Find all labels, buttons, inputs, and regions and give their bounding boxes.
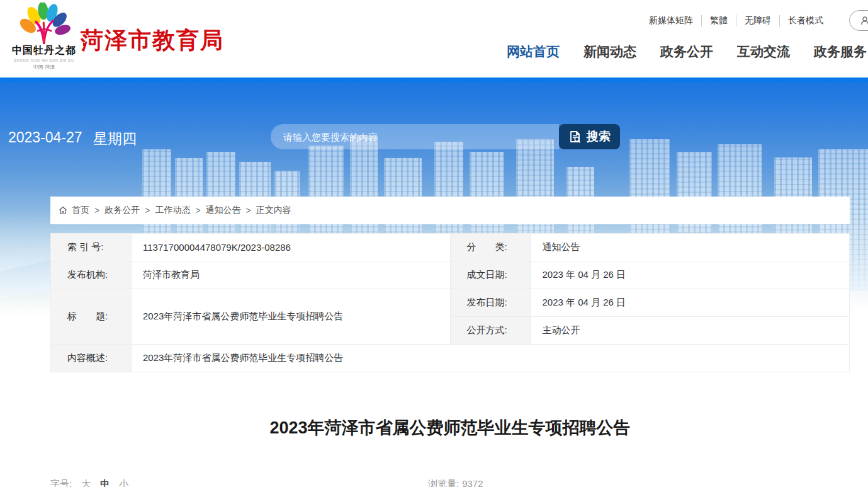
- font-size-medium-button[interactable]: 中: [100, 478, 110, 487]
- nav-item-interaction[interactable]: 互动交流: [737, 43, 790, 60]
- logo-brand-text: 中国牡丹之都: [6, 44, 82, 57]
- site-title: 菏泽市教育局: [81, 25, 224, 56]
- meta-index-value: 11371700004478079K/2023-08286: [132, 234, 450, 261]
- view-count-label: 浏览量:: [428, 478, 459, 487]
- article-title: 2023年菏泽市省属公费师范毕业生专项招聘公告: [50, 416, 850, 439]
- person-icon: [860, 16, 868, 26]
- meta-publish-date-value: 2023 年 04 月 26 日: [531, 289, 850, 316]
- breadcrumb-notices[interactable]: 通知公告: [206, 205, 241, 216]
- breadcrumb-separator: >: [94, 205, 99, 215]
- nav-item-news[interactable]: 新闻动态: [583, 43, 636, 60]
- site-header: 中国牡丹之都 ZHONG GUO MU DAN ZHI DU 中国·菏泽 菏泽市…: [0, 0, 868, 77]
- breadcrumb-work-trends[interactable]: 工作动态: [155, 205, 190, 216]
- meta-open-type-label: 公开方式:: [451, 317, 531, 344]
- meta-publisher-label: 发布机构:: [51, 261, 131, 289]
- logo-subtitle: 中国·菏泽: [6, 64, 82, 71]
- site-logo[interactable]: 中国牡丹之都 ZHONG GUO MU DAN ZHI DU 中国·菏泽: [6, 3, 82, 76]
- view-count-value: 9372: [462, 478, 483, 487]
- meta-written-date-label: 成文日期:: [451, 261, 531, 289]
- breadcrumb: 首页 > 政务公开 > 工作动态 > 通知公告 > 正文内容: [50, 197, 850, 224]
- nav-item-home[interactable]: 网站首页: [507, 43, 560, 60]
- meta-open-type-value: 主动公开: [531, 317, 850, 344]
- utility-bar: 新媒体矩阵 繁體 无障碍 长者模式 个人: [641, 10, 868, 31]
- utility-link-accessibility[interactable]: 无障碍: [736, 15, 779, 26]
- meta-category-value: 通知公告: [531, 234, 850, 261]
- logo-latin-text: ZHONG GUO MU DAN ZHI DU: [6, 59, 82, 62]
- view-count: 浏览量:9372: [428, 478, 483, 487]
- document-meta-table: 索 引 号: 11371700004478079K/2023-08286 分 类…: [50, 233, 850, 372]
- meta-summary-label: 内容概述:: [51, 345, 131, 372]
- meta-category-label: 分 类:: [451, 234, 531, 261]
- font-size-small-button[interactable]: 小: [119, 478, 128, 487]
- search-bar: 搜索: [271, 124, 620, 149]
- search-button[interactable]: 搜索: [559, 124, 620, 149]
- meta-publish-date-label: 发布日期:: [451, 289, 531, 316]
- meta-title-value: 2023年菏泽市省属公费师范毕业生专项招聘公告: [132, 289, 450, 344]
- nav-item-gov-affairs[interactable]: 政务公开: [660, 43, 713, 60]
- breadcrumb-current: 正文内容: [256, 205, 291, 216]
- breadcrumb-separator: >: [145, 205, 150, 215]
- utility-link-media-matrix[interactable]: 新媒体矩阵: [641, 15, 701, 26]
- search-button-label: 搜索: [587, 129, 611, 145]
- font-size-label: 字号:: [50, 478, 72, 487]
- peony-logo-icon: [14, 3, 74, 44]
- main-nav: 网站首页 新闻动态 政务公开 互动交流 政务服务: [507, 43, 867, 60]
- breadcrumb-home[interactable]: 首页: [72, 205, 89, 216]
- utility-link-traditional[interactable]: 繁體: [701, 15, 736, 26]
- article-toolbar: 字号: 大 中 小 浏览量:9372: [50, 478, 850, 487]
- banner-date: 2023-04-27: [8, 129, 82, 146]
- meta-publisher-value: 菏泽市教育局: [132, 261, 450, 289]
- meta-written-date-value: 2023 年 04 月 26 日: [531, 261, 850, 289]
- profile-button[interactable]: 个人: [849, 10, 868, 31]
- meta-summary-value: 2023年菏泽市省属公费师范毕业生专项招聘公告: [132, 345, 849, 372]
- breadcrumb-separator: >: [246, 205, 251, 215]
- meta-title-label: 标 题:: [51, 289, 131, 344]
- meta-index-label: 索 引 号:: [51, 234, 131, 261]
- nav-item-services[interactable]: 政务服务: [814, 43, 867, 60]
- breadcrumb-separator: >: [195, 205, 200, 215]
- home-icon: [58, 205, 68, 215]
- header-accent-bar: [0, 77, 868, 83]
- banner-weekday: 星期四: [93, 129, 137, 149]
- font-size-large-button[interactable]: 大: [81, 478, 91, 487]
- breadcrumb-gov-affairs[interactable]: 政务公开: [104, 205, 140, 216]
- search-doc-icon: [568, 130, 582, 144]
- search-input[interactable]: [271, 124, 559, 149]
- utility-link-elder-mode[interactable]: 长者模式: [779, 15, 831, 26]
